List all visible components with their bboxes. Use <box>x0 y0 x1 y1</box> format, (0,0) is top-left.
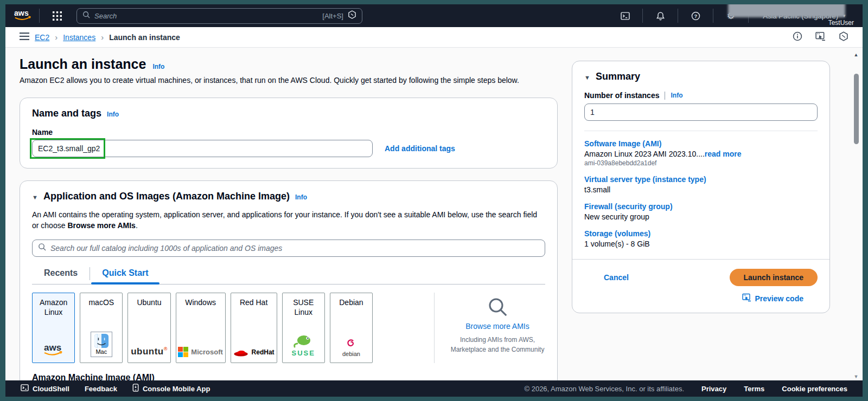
search-icon <box>82 11 90 21</box>
browse-more-caption: Including AMIs from AWS, Marketplace and… <box>450 335 545 354</box>
summary-column: ▼ Summary Number of instances Info Softw… <box>572 53 830 313</box>
vertical-divider <box>434 293 435 363</box>
browse-more-section: Browse more AMIs Including AMIs from AWS… <box>434 293 545 363</box>
browse-search-icon <box>488 297 507 319</box>
ami-card: ▼ Application and OS Images (Amazon Mach… <box>20 180 558 380</box>
read-more-link[interactable]: read more <box>705 150 742 158</box>
amazon-q-hexagon-icon[interactable] <box>839 31 848 43</box>
os-card-suse-linux[interactable]: SUSE Linux SUSE <box>282 293 325 363</box>
breadcrumb-bar: EC2 › Instances › Launch an instance <box>5 27 863 48</box>
ami-tabs: Recents Quick Start <box>32 263 545 284</box>
instances-count-label: Number of instances <box>584 91 659 100</box>
page-description: Amazon EC2 allows you to create virtual … <box>20 76 558 85</box>
summary-software-image-row: Software Image (AMI) Amazon Linux 2023 A… <box>584 139 818 167</box>
top-navigation-bar: aws [Alt+S] <box>5 4 863 27</box>
os-card-windows[interactable]: Windows Microsoft <box>176 293 226 363</box>
os-card-label: Debian <box>339 297 363 307</box>
os-card-debian[interactable]: Debian debian <box>330 293 373 363</box>
os-card-label: Ubuntu <box>137 297 161 307</box>
launch-instance-button[interactable]: Launch instance <box>730 269 818 286</box>
services-grid-icon[interactable] <box>45 4 69 27</box>
os-card-red-hat[interactable]: Red Hat RedHat <box>231 293 277 363</box>
vertical-scrollbar[interactable]: ▲ ▼ <box>852 52 860 379</box>
console-footer: CloudShell Feedback Console Mobile App ©… <box>5 380 863 397</box>
footer-mobile-app[interactable]: Console Mobile App <box>132 384 210 393</box>
debian-logo: debian <box>342 337 360 357</box>
cloudshell-icon[interactable] <box>613 4 637 27</box>
search-input[interactable] <box>94 12 318 20</box>
instance-type-link[interactable]: Virtual server type (instance type) <box>584 175 818 184</box>
preview-code-icon <box>742 293 751 304</box>
debian-swirl-icon <box>345 337 357 350</box>
terms-link[interactable]: Terms <box>744 385 764 393</box>
add-additional-tags-link[interactable]: Add additional tags <box>385 144 455 153</box>
info-circle-icon[interactable] <box>793 31 802 43</box>
redacted-account-info <box>728 4 845 17</box>
summary-storage-row: Storage (volumes) 1 volume(s) - 8 GiB <box>584 229 818 248</box>
instance-type-value: t3.small <box>584 185 818 194</box>
firewall-link[interactable]: Firewall (security group) <box>584 202 818 211</box>
footer-feedback[interactable]: Feedback <box>85 385 117 393</box>
ami-search-input[interactable] <box>50 244 539 253</box>
breadcrumb-instances[interactable]: Instances <box>63 33 95 42</box>
summary-firewall-row: Firewall (security group) New security g… <box>584 202 818 221</box>
instances-info-link[interactable]: Info <box>671 92 682 99</box>
red-hat-fedora-icon <box>233 347 250 357</box>
os-card-ubuntu[interactable]: Ubuntu ubuntu® <box>127 293 170 363</box>
summary-panel: ▼ Summary Number of instances Info Softw… <box>572 61 830 313</box>
instance-name-input[interactable] <box>32 140 373 157</box>
tab-recents[interactable]: Recents <box>32 263 90 284</box>
aws-logo-text: aws <box>44 342 61 353</box>
preview-code-link[interactable]: Preview code <box>755 294 804 303</box>
mac-label: Mac <box>95 348 107 355</box>
os-card-label: Amazon Linux <box>35 297 72 317</box>
notifications-bell-icon[interactable] <box>648 4 672 27</box>
amazon-q-icon[interactable] <box>348 10 356 21</box>
cookie-preferences-link[interactable]: Cookie preferences <box>782 385 847 393</box>
storage-value: 1 volume(s) - 8 GiB <box>584 240 818 248</box>
ami-list-heading-clipped: Amazon Machine Image (AMI) <box>32 373 545 380</box>
main-column: Launch an instance Info Amazon EC2 allow… <box>20 53 558 380</box>
browse-more-amis-link[interactable]: Browse more AMIs <box>465 322 529 331</box>
aws-logo[interactable]: aws <box>13 8 34 24</box>
summary-title: Summary <box>596 71 640 82</box>
username-label[interactable]: TestUser <box>828 19 854 27</box>
storage-link[interactable]: Storage (volumes) <box>584 229 818 238</box>
scroll-down-arrow-icon[interactable]: ▼ <box>854 374 859 379</box>
name-tags-info-link[interactable]: Info <box>107 111 119 118</box>
ami-info-link[interactable]: Info <box>295 193 307 201</box>
help-icon[interactable]: ? <box>684 4 707 27</box>
hamburger-menu-icon[interactable] <box>20 33 29 42</box>
firewall-value: New security group <box>584 212 818 221</box>
summary-collapse-caret-icon[interactable]: ▼ <box>584 74 590 81</box>
footer-cloudshell[interactable]: CloudShell <box>21 384 69 393</box>
label-divider <box>665 92 665 100</box>
privacy-link[interactable]: Privacy <box>701 385 726 393</box>
section-collapse-caret-icon[interactable]: ▼ <box>32 194 38 200</box>
os-card-label: Red Hat <box>240 297 267 307</box>
page-content: Launch an instance Info Amazon EC2 allow… <box>5 48 863 380</box>
instances-count-input[interactable] <box>584 104 818 121</box>
page-info-link[interactable]: Info <box>152 63 164 70</box>
summary-footer-divider <box>572 259 829 260</box>
cancel-button[interactable]: Cancel <box>604 273 629 282</box>
global-search-box[interactable]: [Alt+S] <box>76 8 362 24</box>
preview-code-icon[interactable] <box>815 31 826 43</box>
ami-description: An AMI contains the operating system, ap… <box>32 209 545 231</box>
os-cards-row: Amazon Linux aws macOS <box>32 293 545 363</box>
topbar-divider <box>642 9 643 23</box>
scrollbar-thumb[interactable] <box>854 74 859 144</box>
summary-instance-type-row: Virtual server type (instance type) t3.s… <box>584 175 818 194</box>
suse-logo: SUSE <box>292 334 315 357</box>
breadcrumb-current: Launch an instance <box>109 33 180 42</box>
ami-id: ami-039a8ebebdd2a1def <box>584 159 818 167</box>
aws-console-window: aws [Alt+S] <box>5 4 863 397</box>
scroll-up-arrow-icon[interactable]: ▲ <box>854 52 859 57</box>
os-card-amazon-linux[interactable]: Amazon Linux aws <box>32 293 75 363</box>
tab-quick-start[interactable]: Quick Start <box>90 263 160 284</box>
breadcrumb-ec2[interactable]: EC2 <box>35 33 49 42</box>
ami-search-box[interactable] <box>32 240 545 257</box>
software-image-link[interactable]: Software Image (AMI) <box>584 139 818 148</box>
os-card-macos[interactable]: macOS Ma <box>80 293 123 363</box>
name-and-tags-card: Name and tags Info Name Add additional t… <box>20 98 558 169</box>
